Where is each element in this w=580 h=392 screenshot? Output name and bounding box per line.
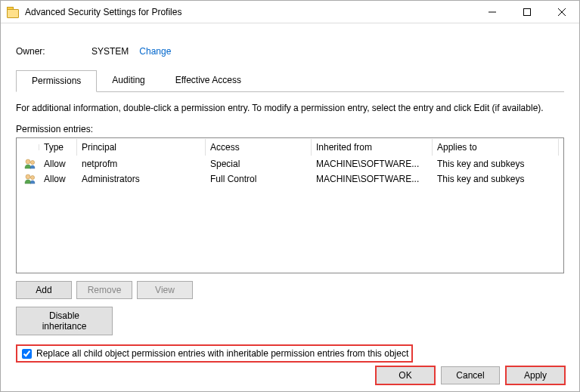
cell-access: Full Control [206,174,312,184]
cell-inherited: MACHINE\SOFTWARE... [312,174,433,184]
svg-point-5 [30,160,34,164]
tab-permissions[interactable]: Permissions [16,70,97,92]
add-button[interactable]: Add [16,281,72,299]
tabs: Permissions Auditing Effective Access [16,70,564,92]
svg-point-6 [26,174,30,179]
owner-row: Owner: SYSTEM Change [16,46,564,57]
cell-applies: This key and subkeys [433,159,559,169]
svg-point-4 [26,159,30,164]
cancel-button[interactable]: Cancel [441,366,500,384]
replace-checkbox-row[interactable]: Replace all child object permission entr… [16,344,413,363]
users-icon [21,159,39,169]
col-access[interactable]: Access [206,139,312,156]
col-applies[interactable]: Applies to [433,139,559,156]
col-principal[interactable]: Principal [77,139,206,156]
titlebar: Advanced Security Settings for Profiles [1,1,579,23]
change-owner-link[interactable]: Change [139,46,171,57]
ok-button[interactable]: OK [376,366,435,384]
svg-point-7 [30,175,34,179]
col-inherited[interactable]: Inherited from [312,139,433,156]
replace-checkbox[interactable] [22,349,32,359]
owner-label: Owner: [16,46,91,57]
entries-label: Permission entries: [16,124,564,134]
maximize-button[interactable] [510,1,544,23]
cell-inherited: MACHINE\SOFTWARE... [312,159,433,169]
folder-icon [7,7,19,17]
table-row[interactable]: Allow netprofm Special MACHINE\SOFTWARE.… [17,156,563,171]
disable-inheritance-button[interactable]: Disable inheritance [16,307,113,335]
tab-auditing[interactable]: Auditing [97,70,160,91]
tab-effective-access[interactable]: Effective Access [160,70,256,91]
close-button[interactable] [544,1,579,23]
col-type[interactable]: Type [39,139,77,156]
apply-button[interactable]: Apply [506,366,565,384]
cell-principal: netprofm [77,159,206,169]
table-header: Type Principal Access Inherited from App… [17,138,563,156]
cell-type: Allow [39,159,77,169]
minimize-button[interactable] [475,1,510,23]
dialog-footer: OK Cancel Apply [376,366,565,384]
cell-principal: Administrators [77,174,206,184]
cell-applies: This key and subkeys [433,174,559,184]
view-button[interactable]: View [137,281,193,299]
replace-checkbox-label: Replace all child object permission entr… [36,348,408,359]
owner-value: SYSTEM [91,46,129,57]
instruction-text: For additional information, double-click… [16,103,564,113]
cell-access: Special [206,159,312,169]
svg-rect-1 [524,8,531,15]
window-title: Advanced Security Settings for Profiles [25,7,181,17]
remove-button[interactable]: Remove [76,281,132,299]
table-row[interactable]: Allow Administrators Full Control MACHIN… [17,171,563,187]
permissions-table: Type Principal Access Inherited from App… [16,137,564,273]
cell-type: Allow [39,174,77,184]
users-icon [21,174,39,184]
